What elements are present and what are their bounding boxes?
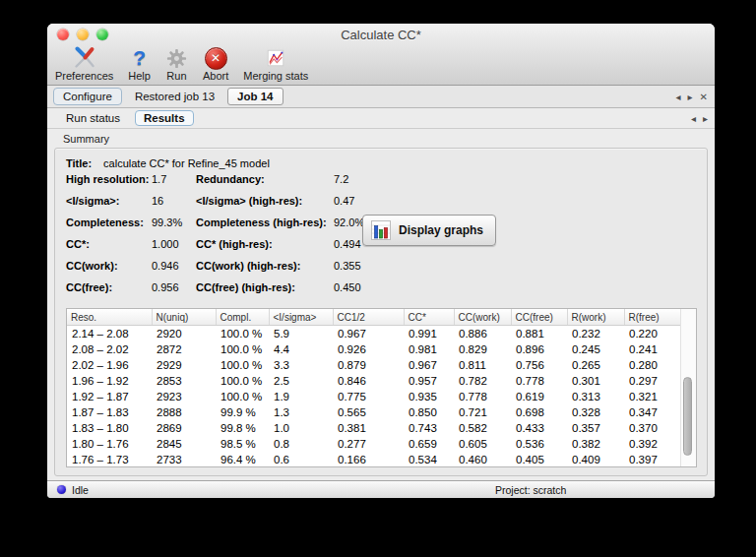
table-cell: 0.347 — [624, 404, 681, 420]
column-header[interactable]: R(work) — [567, 309, 624, 326]
tab-configure[interactable]: Configure — [53, 88, 122, 105]
subtab-scroll-left-icon[interactable]: ◂ — [691, 113, 696, 124]
summary-label2-4: CC(work) (high-res): — [196, 260, 334, 272]
summary-value1-4: 0.946 — [152, 260, 196, 272]
table-cell: 0.382 — [567, 436, 624, 452]
table-cell: 0.775 — [333, 389, 404, 404]
table-cell: 100.0 % — [216, 357, 269, 373]
status-bar: Idle Project: scratch — [47, 480, 715, 498]
column-header[interactable]: CC* — [404, 309, 454, 326]
table-cell: 0.328 — [567, 404, 624, 420]
display-graphs-button[interactable]: Display graphs — [362, 215, 496, 246]
table-cell: 0.241 — [624, 341, 681, 357]
table-row[interactable]: 1.96 – 1.922853100.0 %2.50.8460.9570.782… — [67, 373, 681, 389]
results-table-container: Reso.N(uniq)Compl.<I/sigma>CC1/2CC*CC(wo… — [66, 308, 697, 467]
column-header[interactable]: <I/sigma> — [269, 309, 333, 326]
table-cell: 1.3 — [269, 404, 333, 420]
abort-label: Abort — [203, 70, 228, 82]
results-table: Reso.N(uniq)Compl.<I/sigma>CC1/2CC*CC(wo… — [67, 309, 681, 467]
help-button[interactable]: ? Help — [128, 46, 151, 82]
summary-label2-1: <I/sigma> (high-res): — [196, 195, 334, 207]
titlebar[interactable]: Calculate CC* — [47, 24, 715, 45]
table-cell: 0.381 — [333, 420, 404, 436]
table-cell: 1.92 – 1.87 — [67, 389, 152, 404]
table-cell: 0.265 — [567, 357, 624, 373]
summary-panel: Title:calculate CC* for Refine_45 model … — [54, 148, 708, 476]
table-cell: 99.9 % — [216, 404, 269, 420]
column-header[interactable]: N(uniq) — [152, 309, 216, 326]
preferences-button[interactable]: Preferences — [55, 46, 113, 82]
app-window: Calculate CC* Preferences — [47, 24, 715, 498]
tab-job-14[interactable]: Job 14 — [227, 88, 283, 105]
job-tab-bar: Configure Restored job 13 Job 14 ◂ ▸ ✕ — [47, 86, 715, 108]
summary-value2-0: 7.2 — [334, 173, 697, 185]
table-cell: 0.981 — [404, 341, 454, 357]
table-row[interactable]: 2.14 – 2.082920100.0 %5.90.9670.9910.886… — [67, 326, 681, 342]
table-cell: 0.433 — [511, 420, 567, 436]
table-cell: 0.297 — [624, 373, 681, 389]
tab-close-icon[interactable]: ✕ — [700, 92, 708, 102]
tab-scroll-left-icon[interactable]: ◂ — [676, 92, 681, 102]
table-cell: 0.357 — [567, 420, 624, 436]
results-table-body: 2.14 – 2.082920100.0 %5.90.9670.9910.886… — [67, 326, 681, 467]
table-row[interactable]: 1.80 – 1.76284598.5 %0.80.2770.6590.6050… — [67, 436, 681, 452]
table-scrollbar-thumb[interactable] — [683, 377, 692, 456]
summary-label2-5: CC(free) (high-res): — [196, 281, 334, 293]
table-cell: 0.935 — [404, 389, 454, 404]
subtab-scroll-right-icon[interactable]: ▸ — [703, 113, 708, 124]
table-row[interactable]: 2.02 – 1.962929100.0 %3.30.8790.9670.811… — [67, 357, 681, 373]
subtab-results[interactable]: Results — [135, 110, 194, 126]
summary-label2-2: Completeness (high-res): — [196, 217, 334, 228]
summary-value1-2: 99.3% — [152, 217, 196, 228]
table-cell: 1.80 – 1.76 — [67, 436, 152, 452]
tab-restored-job-13[interactable]: Restored job 13 — [125, 88, 224, 105]
summary-value2-1: 0.47 — [334, 195, 697, 207]
table-cell: 0.829 — [454, 341, 511, 357]
tab-controls: ◂ ▸ ✕ — [676, 86, 708, 107]
abort-stop-icon: ✕ — [205, 46, 227, 70]
table-scrollbar[interactable] — [680, 309, 696, 466]
subtab-run-status[interactable]: Run status — [57, 110, 129, 126]
table-cell: 2.02 – 1.96 — [67, 357, 152, 373]
table-cell: 0.846 — [333, 373, 404, 389]
table-cell: 2888 — [152, 404, 216, 420]
column-header[interactable]: Reso. — [67, 309, 152, 326]
run-button[interactable]: Run — [165, 46, 188, 82]
minimize-window-button[interactable] — [77, 29, 89, 40]
zoom-window-button[interactable] — [96, 29, 108, 40]
display-graphs-label: Display graphs — [399, 223, 483, 237]
preferences-label: Preferences — [55, 70, 113, 82]
table-cell: 99.8 % — [216, 420, 269, 436]
column-header[interactable]: Compl. — [216, 309, 269, 326]
summary-value1-3: 1.000 — [152, 238, 196, 250]
table-row[interactable]: 1.83 – 1.80286999.8 %1.00.3810.7430.5820… — [67, 420, 681, 436]
table-cell: 2869 — [152, 420, 216, 436]
column-header[interactable]: CC(work) — [454, 309, 511, 326]
merging-stats-button[interactable]: Merging stats — [243, 46, 308, 82]
table-row[interactable]: 1.92 – 1.872923100.0 %1.90.7750.9350.778… — [67, 389, 681, 404]
table-row[interactable]: 1.87 – 1.83288899.9 %1.30.5650.8500.7210… — [67, 404, 681, 420]
summary-value2-5: 0.450 — [334, 281, 697, 293]
table-cell: 0.926 — [333, 341, 404, 357]
column-header[interactable]: R(free) — [624, 309, 681, 326]
summary-value1-0: 1.7 — [152, 173, 196, 185]
tab-scroll-right-icon[interactable]: ▸ — [688, 92, 693, 102]
table-cell: 0.565 — [333, 404, 404, 420]
merging-stats-chart-icon — [265, 46, 286, 70]
table-cell: 0.313 — [567, 389, 624, 404]
abort-button[interactable]: ✕ Abort — [203, 46, 228, 82]
table-cell: 0.721 — [454, 404, 511, 420]
table-cell: 2.08 – 2.02 — [67, 341, 152, 357]
column-header[interactable]: CC(free) — [511, 309, 567, 326]
table-cell: 0.397 — [624, 452, 681, 467]
table-cell: 2.5 — [269, 373, 333, 389]
column-header[interactable]: CC1/2 — [333, 309, 404, 326]
table-cell: 100.0 % — [216, 326, 269, 342]
summary-title-value: calculate CC* for Refine_45 model — [103, 157, 270, 169]
table-row[interactable]: 2.08 – 2.022872100.0 %4.40.9260.9810.829… — [67, 341, 681, 357]
close-window-button[interactable] — [57, 29, 69, 40]
table-cell: 0.277 — [333, 436, 404, 452]
table-row[interactable]: 1.76 – 1.73273396.4 %0.60.1660.5340.4600… — [67, 452, 681, 467]
table-cell: 0.301 — [567, 373, 624, 389]
table-cell: 0.782 — [454, 373, 511, 389]
